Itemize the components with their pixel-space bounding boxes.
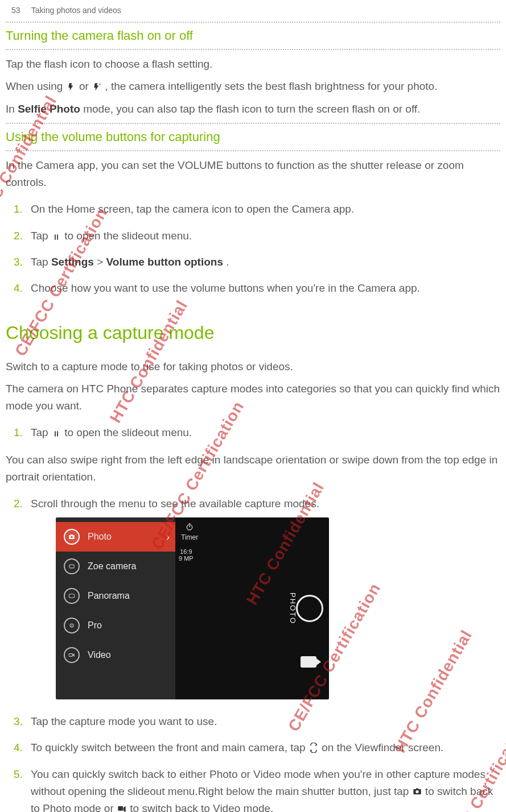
pro-icon: [64, 618, 80, 633]
step-number: 1.: [14, 201, 23, 218]
step-number: 1.: [14, 424, 23, 441]
paragraph: In the Camera app, you can set the VOLUM…: [6, 157, 500, 190]
switch-camera-icon: [308, 743, 319, 753]
aspect-ratio-indicator: 16:9 9 MP: [179, 548, 194, 562]
mode-item-panorama[interactable]: Panorama: [56, 581, 175, 611]
svg-rect-13: [189, 523, 191, 524]
steps-list: 1. On the Home screen, tap the camera ic…: [6, 196, 500, 302]
step-number: 4.: [14, 739, 23, 756]
paragraph: You can also swipe right from the left e…: [6, 451, 500, 485]
svg-rect-4: [57, 431, 58, 436]
svg-rect-18: [118, 806, 123, 811]
step-text: Tap: [31, 426, 51, 438]
svg-rect-11: [69, 653, 72, 656]
step-item: 4. To quickly switch between the front a…: [6, 735, 500, 761]
step-text: to open the slideout menu.: [64, 426, 192, 438]
flash-icon: [66, 82, 76, 92]
bold-text: Volume button options: [106, 256, 223, 268]
slideout-menu-icon: [51, 429, 61, 439]
ratio-top: 16:9: [180, 548, 192, 555]
timer-indicator: Timer: [181, 522, 198, 543]
svg-rect-2: [57, 234, 58, 239]
shutter-button[interactable]: [296, 595, 323, 622]
step-text: to switch back to Video mode.: [130, 802, 273, 812]
zoe-icon: [64, 558, 80, 574]
svg-rect-3: [55, 431, 56, 436]
svg-point-17: [416, 790, 418, 793]
step-text: Scroll through the menu to see the avail…: [31, 498, 319, 509]
step-text: On the Home screen, tap the camera icon …: [31, 203, 354, 215]
divider: [6, 123, 500, 124]
step-text: to open the slideout menu.: [64, 230, 192, 242]
step-item: 4. Choose how you want to use the volume…: [6, 275, 500, 301]
capture-modes-screenshot: Photo › Zoe camera Panorama: [56, 517, 329, 699]
svg-point-10: [71, 625, 72, 626]
flash-auto-icon: A: [92, 82, 102, 92]
step-text: on the Viewfinder screen.: [322, 741, 443, 753]
panorama-icon: [64, 588, 80, 604]
step-text: >: [97, 256, 106, 268]
svg-rect-8: [69, 565, 74, 568]
mode-label: Video: [88, 648, 111, 662]
divider: [6, 49, 500, 50]
chevron-right-icon: ›: [166, 529, 170, 545]
step-number: 5.: [14, 766, 23, 783]
svg-rect-1: [55, 234, 56, 239]
paragraph: The camera on HTC Phone separates captur…: [6, 380, 500, 414]
paragraph: Tap the flash icon to choose a flash set…: [6, 56, 500, 72]
step-number: 3.: [14, 713, 23, 730]
step-text: Tap: [31, 256, 51, 268]
svg-point-6: [71, 536, 73, 538]
step-text: .: [226, 256, 229, 268]
page-number: 53: [11, 6, 20, 15]
mode-label: Zoe camera: [88, 559, 136, 574]
page-header: 53 Taking photos and videos: [6, 0, 500, 18]
paragraph: In Selfie Photo mode, you can also tap t…: [6, 101, 500, 117]
video-mode-icon: [117, 804, 127, 812]
step-item: 2. Tap to open the slideout menu.: [6, 223, 500, 249]
svg-rect-7: [71, 535, 73, 536]
step-item: 5. You can quickly switch back to either…: [6, 761, 500, 813]
steps-list: 1. Tap to open the slideout menu.: [6, 420, 500, 446]
timer-label: Timer: [181, 532, 198, 543]
breadcrumb: Taking photos and videos: [31, 6, 121, 15]
photo-mode-icon: [412, 787, 422, 797]
svg-rect-16: [416, 788, 418, 789]
camera-icon: [64, 529, 80, 545]
divider: [6, 22, 500, 23]
step-item: 2. Scroll through the menu to see the av…: [6, 491, 500, 708]
mode-label: Photo: [88, 529, 112, 544]
mode-menu: Photo › Zoe camera Panorama: [56, 517, 175, 699]
mode-item-photo[interactable]: Photo ›: [56, 522, 175, 552]
video-icon: [64, 647, 80, 663]
text: , the camera intelligently sets the best…: [105, 80, 437, 92]
mode-label: Panorama: [88, 589, 130, 603]
step-text: Tap the capture mode you want to use.: [31, 715, 217, 727]
mode-item-zoe[interactable]: Zoe camera: [56, 552, 175, 581]
step-item: 3. Tap the capture mode you want to use.: [6, 709, 500, 735]
mode-item-pro[interactable]: Pro: [56, 611, 175, 640]
section-title-capture-mode: Choosing a capture mode: [6, 306, 500, 353]
paragraph: When using or A , the camera intelligent…: [6, 78, 500, 94]
slideout-menu-icon: [51, 232, 61, 242]
viewfinder-area: Timer 16:9 9 MP PHOTO: [175, 517, 329, 699]
text: or: [79, 80, 92, 92]
step-text: Choose how you want to use the volume bu…: [31, 282, 420, 294]
steps-list: 2. Scroll through the menu to see the av…: [6, 491, 500, 812]
bold-text: Selfie Photo: [18, 103, 80, 115]
section-title-flash: Turning the camera flash on or off: [6, 26, 500, 45]
svg-text:A: A: [99, 83, 101, 86]
text: In: [6, 103, 18, 115]
bold-text: Settings: [51, 256, 94, 268]
step-item: 3. Tap Settings > Volume button options …: [6, 249, 500, 275]
step-number: 2.: [14, 227, 23, 245]
mode-label: Pro: [88, 618, 102, 633]
step-text: To quickly switch between the front and …: [31, 741, 308, 753]
text: mode, you can also tap the flash icon to…: [83, 103, 420, 115]
paragraph: Switch to a capture mode to use for taki…: [6, 358, 500, 375]
video-mode-icon[interactable]: [301, 656, 316, 668]
ratio-bot: 9 MP: [179, 555, 194, 562]
mode-item-video[interactable]: Video: [56, 640, 175, 670]
step-item: 1. On the Home screen, tap the camera ic…: [6, 196, 500, 222]
step-item: 1. Tap to open the slideout menu.: [6, 420, 500, 446]
